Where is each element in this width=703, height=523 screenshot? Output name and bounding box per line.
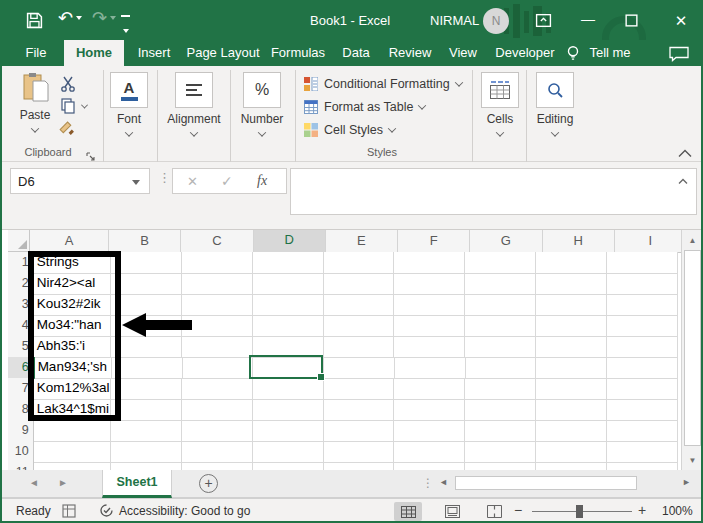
cancel-icon[interactable]: ✕ [187, 174, 198, 189]
cell-E3[interactable] [324, 294, 395, 316]
name-box-dropdown-icon[interactable] [132, 180, 140, 185]
cell-C10[interactable] [182, 441, 253, 463]
tab-splitter-icon[interactable]: ⋮ [422, 476, 434, 490]
column-header-E[interactable]: E [326, 230, 398, 253]
view-page-layout-button[interactable] [438, 502, 466, 521]
tab-insert[interactable]: Insert [130, 40, 178, 66]
cell-G3[interactable] [465, 294, 536, 316]
zoom-level[interactable]: 100% [662, 504, 693, 518]
conditional-formatting-button[interactable]: Conditional Formatting [304, 74, 462, 94]
cell-F1[interactable] [394, 252, 465, 274]
cell-E11[interactable] [324, 462, 395, 470]
redo-button[interactable]: ↷ [92, 7, 116, 29]
cell-C9[interactable] [182, 420, 253, 442]
cell-E9[interactable] [324, 420, 395, 442]
font-button[interactable]: A Font [109, 72, 149, 137]
close-button[interactable]: ✕ [670, 2, 692, 40]
cell-D7[interactable] [253, 378, 324, 400]
cell-E4[interactable] [324, 315, 395, 337]
cell-E6[interactable] [324, 357, 395, 379]
copy-dropdown-chevron[interactable] [81, 102, 88, 109]
cell-B11[interactable] [111, 462, 182, 470]
cell-G4[interactable] [465, 315, 536, 337]
column-header-I[interactable]: I [615, 230, 687, 253]
cell-I1[interactable] [607, 252, 678, 274]
cell-I7[interactable] [607, 378, 678, 400]
accessibility-status[interactable]: Accessibility: Good to go [119, 504, 250, 518]
cell-I11[interactable] [607, 462, 678, 470]
undo-button[interactable]: ↶ [58, 7, 82, 29]
cell-H1[interactable] [536, 252, 607, 274]
scroll-up-icon[interactable]: ▲ [682, 236, 703, 245]
formula-bar-expand-icon[interactable] [678, 178, 688, 185]
cell-F4[interactable] [394, 315, 465, 337]
cell-B1[interactable] [111, 252, 182, 274]
column-header-H[interactable]: H [543, 230, 615, 253]
cell-C7[interactable] [182, 378, 253, 400]
selected-cell-outline[interactable] [249, 355, 323, 379]
cell-F3[interactable] [394, 294, 465, 316]
horizontal-scroll-thumb[interactable] [455, 476, 637, 490]
zoom-in-button[interactable]: + [638, 502, 646, 518]
cell-C8[interactable] [182, 399, 253, 421]
cell-E1[interactable] [324, 252, 395, 274]
cell-I10[interactable] [607, 441, 678, 463]
customize-quick-access-button[interactable] [121, 15, 130, 37]
cell-styles-button[interactable]: Cell Styles [304, 120, 395, 140]
cell-E10[interactable] [324, 441, 395, 463]
cell-A10[interactable] [34, 441, 111, 463]
cell-C1[interactable] [182, 252, 253, 274]
copy-button[interactable] [60, 98, 76, 118]
tab-developer[interactable]: Developer [488, 40, 562, 66]
column-header-F[interactable]: F [398, 230, 470, 253]
format-as-table-button[interactable]: Format as Table [304, 97, 425, 117]
scroll-right-icon[interactable]: ► [682, 477, 691, 487]
name-box[interactable]: D6 [10, 168, 150, 194]
cell-D8[interactable] [253, 399, 324, 421]
scroll-left-icon[interactable]: ◄ [439, 477, 448, 487]
cell-F8[interactable] [394, 399, 465, 421]
comments-icon[interactable] [668, 46, 690, 66]
cell-D1[interactable] [253, 252, 324, 274]
column-header-D[interactable]: D [254, 230, 326, 254]
cell-I5[interactable] [607, 336, 678, 358]
number-button[interactable]: % Number [236, 72, 288, 137]
cell-E7[interactable] [324, 378, 395, 400]
select-all-corner[interactable] [8, 230, 30, 252]
cell-G9[interactable] [465, 420, 536, 442]
column-header-A[interactable]: A [30, 230, 109, 253]
cell-A11[interactable] [34, 462, 111, 470]
fill-handle[interactable] [317, 373, 325, 381]
cells-button[interactable]: Cells [479, 72, 521, 137]
format-painter-button[interactable] [58, 120, 75, 141]
editing-button[interactable]: Editing [532, 72, 578, 137]
cell-D10[interactable] [253, 441, 324, 463]
cell-H5[interactable] [536, 336, 607, 358]
cell-A9[interactable] [34, 420, 111, 442]
cell-E2[interactable] [324, 273, 395, 295]
cell-H8[interactable] [536, 399, 607, 421]
collapse-ribbon-button[interactable] [678, 144, 692, 162]
cell-G6[interactable] [466, 357, 537, 379]
cell-B9[interactable] [111, 420, 182, 442]
column-header-B[interactable]: B [109, 230, 181, 253]
sheet-nav-left-icon[interactable]: ◄ [29, 477, 39, 488]
tell-me-box[interactable]: Tell me [584, 40, 636, 66]
paste-button[interactable]: Paste [14, 72, 56, 133]
tab-page-layout[interactable]: Page Layout [182, 40, 264, 66]
tab-home[interactable]: Home [64, 40, 124, 66]
macro-record-icon[interactable] [62, 504, 76, 518]
tab-formulas[interactable]: Formulas [268, 40, 328, 66]
cell-I8[interactable] [607, 399, 678, 421]
cell-G5[interactable] [465, 336, 536, 358]
cell-G11[interactable] [465, 462, 536, 470]
cell-D2[interactable] [253, 273, 324, 295]
zoom-slider-thumb[interactable] [576, 505, 583, 518]
cell-B2[interactable] [111, 273, 182, 295]
cell-H9[interactable] [536, 420, 607, 442]
cell-I9[interactable] [607, 420, 678, 442]
separator-dots-icon[interactable]: ⋮ [158, 170, 171, 185]
row-header-9[interactable]: 9 [8, 420, 34, 442]
cell-B8[interactable] [111, 399, 182, 421]
vertical-scrollbar[interactable]: ▲ ▼ [681, 230, 703, 470]
